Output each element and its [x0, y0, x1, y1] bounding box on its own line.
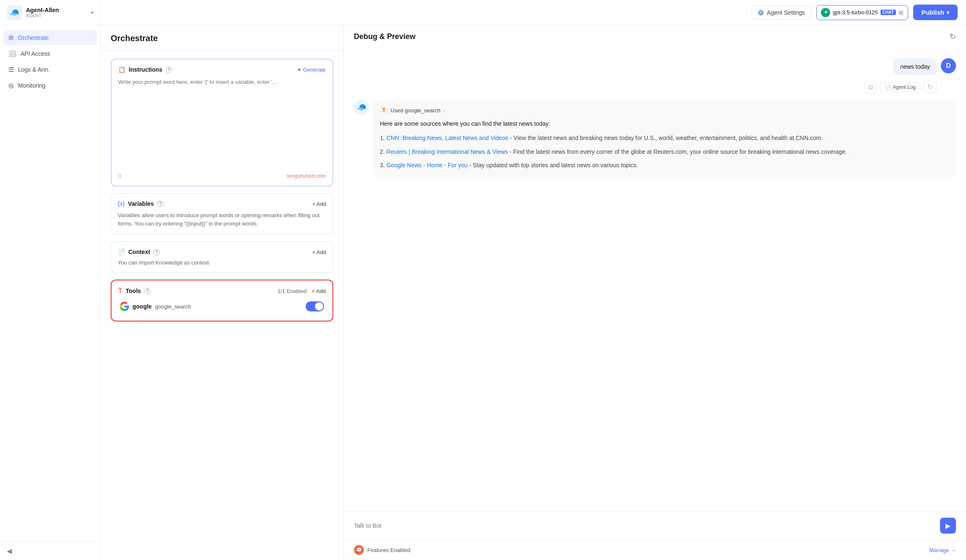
features-icon: 💬	[354, 545, 364, 555]
news-link-3[interactable]: Google News - Home - For you	[387, 162, 468, 169]
chat-input[interactable]	[354, 522, 936, 529]
sidebar-item-api-access[interactable]: ⬜ API Access	[3, 46, 97, 61]
orchestrate-content: 📋 Instructions ? ✦ Generate 0 songshuhez…	[101, 50, 343, 330]
manage-button[interactable]: Manage →	[929, 547, 956, 553]
context-block: 📄 Context ? + Add You can import Knowled…	[111, 241, 333, 273]
publish-button[interactable]: Publish ▾	[913, 5, 958, 20]
agent-settings-button[interactable]: ⚙️ Agent Settings	[751, 5, 811, 20]
sidebar-item-monitoring[interactable]: ◎ Monitoring	[3, 78, 97, 93]
toggle-knob	[315, 302, 323, 311]
tool-used-indicator[interactable]: T Used google_search ›	[380, 106, 949, 114]
agent-log-label: Agent Log	[893, 84, 916, 90]
sidebar-nav: ⊞ Orchestrate ⬜ API Access ☰ Logs & Ann.…	[0, 25, 100, 542]
chevron-right-icon: ›	[443, 107, 445, 114]
variables-help-icon[interactable]: ?	[157, 201, 164, 207]
context-help-icon[interactable]: ?	[153, 249, 160, 255]
agent-type-badge: AGENT	[26, 13, 59, 18]
tool-brand-name: google	[132, 303, 152, 310]
context-add-label: + Add	[312, 249, 326, 255]
sidebar: 🧢 Agent-Allen AGENT ▾ ⊞ Orchestrate ⬜ AP…	[0, 0, 101, 560]
tools-enabled-count: 1/1 Enabled	[278, 288, 306, 294]
message-actions-row: ⧉ 📄 Agent Log ↻	[354, 81, 937, 93]
log-icon: 📄	[885, 84, 891, 90]
agent-info: 🧢 Agent-Allen AGENT	[7, 5, 59, 20]
copy-icon[interactable]: ⧉	[865, 81, 877, 93]
collapse-icon[interactable]: ◀	[7, 547, 12, 555]
tools-help-icon[interactable]: ?	[144, 288, 151, 294]
tools-add-label: + Add	[312, 288, 326, 294]
openai-icon: ✦	[821, 8, 830, 17]
chevron-down-icon[interactable]: ▾	[91, 10, 93, 16]
refresh-message-icon[interactable]: ↻	[924, 81, 937, 93]
news-desc-1: - View the latest news and breaking news…	[510, 135, 823, 141]
tool-item: google google_search	[118, 299, 326, 314]
variables-icon: {x}	[118, 200, 125, 207]
news-desc-3: - Stay updated with top stories and late…	[469, 162, 638, 169]
sidebar-item-label: API Access	[21, 50, 50, 57]
bot-intro-text: Here are some sources where you can find…	[380, 119, 949, 128]
orchestrate-title: Orchestrate	[111, 34, 333, 43]
chevron-down-icon: ▾	[947, 10, 949, 16]
debug-title: Debug & Preview	[354, 32, 415, 41]
send-button[interactable]: ▶	[940, 518, 956, 534]
context-label: Context	[128, 249, 150, 255]
news-list: 1. CNN: Breaking News, Latest News and V…	[380, 133, 949, 170]
instructions-label: Instructions	[129, 66, 162, 73]
features-label: Features Enabled	[367, 547, 410, 553]
gear-icon: ⚙️	[757, 9, 764, 16]
sparkle-icon: ✦	[297, 67, 301, 73]
chart-icon: ◎	[8, 82, 14, 89]
orchestrate-header: Orchestrate	[101, 25, 343, 50]
user-avatar: D	[941, 58, 956, 73]
debug-header: Debug & Preview ↻	[344, 25, 966, 48]
news-link-1[interactable]: CNN: Breaking News, Latest News and Vide…	[387, 135, 509, 141]
context-add-button[interactable]: + Add	[312, 249, 326, 255]
agent-settings-label: Agent Settings	[767, 9, 805, 16]
agent-name: Agent-Allen	[26, 7, 59, 13]
user-message-text: news today	[900, 63, 930, 70]
news-num: 1.	[380, 135, 387, 141]
tool-used-text: Used google_search	[390, 107, 440, 114]
generate-button[interactable]: ✦ Generate	[297, 67, 326, 73]
news-item-1: 1. CNN: Breaking News, Latest News and V…	[380, 133, 949, 143]
user-message-row: news today D	[354, 58, 956, 75]
sidebar-item-orchestrate[interactable]: ⊞ Orchestrate	[3, 30, 97, 45]
google-g-icon	[120, 302, 129, 311]
chat-area: news today D ⧉ 📄 Agent Log ↻ 🧢	[344, 48, 966, 511]
tool-function-name: google_search	[155, 303, 191, 310]
generate-label: Generate	[303, 67, 326, 73]
help-icon[interactable]: ?	[166, 67, 172, 73]
variables-description: Variables allow users to introduce promp…	[118, 211, 326, 228]
agent-avatar: 🧢	[7, 5, 22, 20]
variables-add-button[interactable]: + Add	[312, 201, 326, 207]
agent-log-button[interactable]: 📄 Agent Log	[880, 82, 920, 92]
user-initial: D	[946, 62, 951, 70]
model-name: gpt-3.5-turbo-0125	[833, 9, 878, 16]
variables-label: Variables	[128, 200, 154, 207]
tools-icon: T	[118, 287, 122, 295]
sidebar-header: 🧢 Agent-Allen AGENT ▾	[0, 0, 100, 25]
chat-input-area: ▶	[344, 511, 966, 539]
sidebar-item-label: Orchestrate	[18, 34, 49, 41]
model-selector[interactable]: ✦ gpt-3.5-turbo-0125 CHAT ⊞	[816, 5, 908, 20]
instructions-block: 📋 Instructions ? ✦ Generate 0 songshuhez…	[111, 59, 333, 187]
news-item-3: 3. Google News - Home - For you - Stay u…	[380, 161, 949, 170]
tool-toggle[interactable]	[306, 301, 324, 311]
sidebar-item-label: Logs & Ann.	[18, 66, 50, 73]
bot-avatar: 🧢	[354, 100, 369, 115]
news-link-2[interactable]: Reuters | Breaking International News & …	[387, 148, 508, 155]
sidebar-item-logs[interactable]: ☰ Logs & Ann.	[3, 62, 97, 77]
tools-add-button[interactable]: + Add	[312, 288, 326, 294]
debug-panel: Debug & Preview ↻ news today D ⧉ 📄 Agent…	[344, 25, 966, 560]
tool-badge-icon: T	[380, 106, 388, 114]
variables-block: {x} Variables ? + Add Variables allow us…	[111, 193, 333, 235]
news-item-2: 2. Reuters | Breaking International News…	[380, 147, 949, 156]
settings-sliders-icon: ⊞	[898, 9, 904, 16]
bot-bubble: T Used google_search › Here are some sou…	[373, 100, 956, 177]
instructions-textarea[interactable]	[118, 78, 326, 170]
refresh-icon[interactable]: ↻	[950, 32, 956, 41]
list-icon: ☰	[8, 66, 14, 73]
sidebar-footer: ◀	[0, 542, 100, 560]
manage-label: Manage →	[929, 547, 956, 553]
publish-label: Publish	[922, 9, 944, 16]
